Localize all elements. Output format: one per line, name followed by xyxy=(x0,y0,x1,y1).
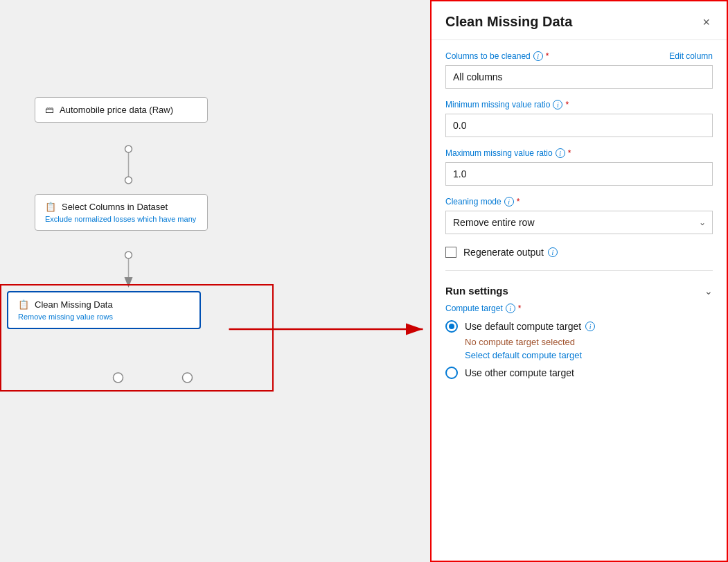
no-compute-text: No compute target selected xyxy=(465,337,713,347)
min-ratio-field-group: Minimum missing value ratio i * xyxy=(445,100,713,137)
close-button[interactable]: × xyxy=(700,15,713,30)
compute-target-label: Compute target i * xyxy=(445,304,713,313)
max-ratio-input[interactable] xyxy=(445,162,713,186)
table-icon: 📋 xyxy=(45,202,56,212)
cleaning-mode-select-wrapper: Remove entire row Replace with mean Repl… xyxy=(445,211,713,234)
other-compute-label: Use other compute target xyxy=(465,367,574,378)
help-icon-min-ratio[interactable]: i xyxy=(553,100,562,109)
help-icon-columns[interactable]: i xyxy=(533,51,543,61)
clean-missing-node[interactable]: 📋 Clean Missing Data Remove missing valu… xyxy=(7,291,201,329)
cleaning-mode-select[interactable]: Remove entire row Replace with mean Repl… xyxy=(445,211,713,234)
svg-point-4 xyxy=(125,252,132,258)
node-subtitle: Exclude normalized losses which have man… xyxy=(45,215,197,223)
table-icon: 📋 xyxy=(18,299,29,310)
cleaning-mode-field-group: Cleaning mode i * Remove entire row Repl… xyxy=(445,197,713,234)
min-ratio-input[interactable] xyxy=(445,114,713,137)
database-icon: 🗃 xyxy=(45,105,54,115)
min-ratio-label: Minimum missing value ratio i * xyxy=(445,100,713,109)
run-settings-title: Run settings xyxy=(445,285,508,297)
regenerate-output-label: Regenerate output i xyxy=(463,247,558,258)
help-icon-compute-target[interactable]: i xyxy=(506,304,515,313)
svg-marker-5 xyxy=(125,277,133,288)
help-icon-cleaning-mode[interactable]: i xyxy=(504,197,514,207)
other-compute-radio[interactable] xyxy=(445,367,458,379)
edit-column-link[interactable]: Edit column xyxy=(669,51,713,61)
columns-label: Columns to be cleaned i * Edit column xyxy=(445,51,713,61)
run-settings-header[interactable]: Run settings ⌄ xyxy=(445,276,713,304)
max-ratio-field-group: Maximum missing value ratio i * xyxy=(445,148,713,186)
columns-field-group: Columns to be cleaned i * Edit column xyxy=(445,51,713,89)
default-compute-option: Use default compute target i xyxy=(445,320,713,333)
help-icon-max-ratio[interactable]: i xyxy=(556,148,565,158)
compute-info: No compute target selected Select defaul… xyxy=(465,337,713,361)
svg-point-8 xyxy=(114,373,123,383)
help-icon-default-compute[interactable]: i xyxy=(585,322,595,331)
node-title: 📋 Select Columns in Dataset xyxy=(45,202,197,212)
section-divider xyxy=(445,270,713,271)
default-compute-label: Use default compute target i xyxy=(465,321,595,332)
cleaning-mode-label: Cleaning mode i * xyxy=(445,197,713,207)
node-title: 📋 Clean Missing Data xyxy=(18,299,190,310)
columns-input[interactable] xyxy=(445,65,713,89)
max-ratio-label: Maximum missing value ratio i * xyxy=(445,148,713,158)
run-settings-chevron-icon: ⌄ xyxy=(704,286,713,297)
canvas-area: 🗃 Automobile price data (Raw) 📋 Select C… xyxy=(0,0,430,562)
regenerate-output-checkbox[interactable] xyxy=(445,247,456,258)
node-subtitle: Remove missing value rows xyxy=(18,313,190,321)
svg-point-9 xyxy=(183,373,193,383)
other-compute-option: Use other compute target xyxy=(445,367,713,379)
panel-title: Clean Missing Data xyxy=(445,14,572,30)
right-panel: Clean Missing Data × Columns to be clean… xyxy=(430,0,728,562)
panel-header: Clean Missing Data × xyxy=(432,1,727,40)
svg-point-1 xyxy=(125,146,132,152)
regenerate-output-row: Regenerate output i xyxy=(445,247,713,258)
panel-body: Columns to be cleaned i * Edit column Mi… xyxy=(432,40,727,561)
automobile-node[interactable]: 🗃 Automobile price data (Raw) xyxy=(35,97,208,123)
node-title: 🗃 Automobile price data (Raw) xyxy=(45,105,197,115)
svg-point-2 xyxy=(125,177,132,184)
select-compute-link[interactable]: Select default compute target xyxy=(465,350,582,360)
help-icon-regenerate[interactable]: i xyxy=(548,247,558,257)
default-compute-radio[interactable] xyxy=(445,320,458,333)
select-columns-node[interactable]: 📋 Select Columns in Dataset Exclude norm… xyxy=(35,194,208,231)
